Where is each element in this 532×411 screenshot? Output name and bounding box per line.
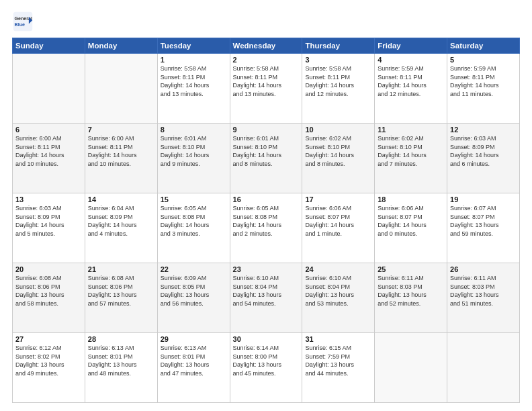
calendar-cell: 17Sunrise: 6:06 AM Sunset: 8:07 PM Dayli…	[302, 193, 375, 263]
calendar-cell: 19Sunrise: 6:07 AM Sunset: 8:07 PM Dayli…	[447, 193, 520, 263]
calendar-cell: 12Sunrise: 6:03 AM Sunset: 8:09 PM Dayli…	[447, 124, 520, 193]
calendar-cell: 22Sunrise: 6:09 AM Sunset: 8:05 PM Dayli…	[157, 263, 230, 333]
day-info: Sunrise: 6:01 AM Sunset: 8:10 PM Dayligh…	[233, 134, 300, 168]
calendar-cell: 16Sunrise: 6:05 AM Sunset: 8:08 PM Dayli…	[230, 193, 302, 263]
day-info: Sunrise: 6:06 AM Sunset: 8:07 PM Dayligh…	[378, 204, 444, 238]
calendar-cell: 11Sunrise: 6:02 AM Sunset: 8:10 PM Dayli…	[375, 124, 447, 193]
calendar-cell: 24Sunrise: 6:10 AM Sunset: 8:04 PM Dayli…	[302, 263, 375, 333]
page: General Blue SundayMondayTuesdayWednesda…	[0, 0, 532, 411]
calendar-week-row: 13Sunrise: 6:03 AM Sunset: 8:09 PM Dayli…	[13, 193, 520, 263]
calendar-cell: 4Sunrise: 5:59 AM Sunset: 8:11 PM Daylig…	[375, 54, 447, 124]
calendar-cell: 28Sunrise: 6:13 AM Sunset: 8:01 PM Dayli…	[85, 333, 157, 403]
day-number: 22	[161, 265, 227, 273]
calendar-cell: 5Sunrise: 5:59 AM Sunset: 8:11 PM Daylig…	[447, 54, 520, 124]
day-number: 10	[305, 126, 371, 134]
day-number: 18	[378, 195, 444, 203]
calendar-cell: 29Sunrise: 6:13 AM Sunset: 8:01 PM Dayli…	[157, 333, 230, 403]
day-info: Sunrise: 6:11 AM Sunset: 8:03 PM Dayligh…	[378, 274, 444, 308]
day-info: Sunrise: 6:04 AM Sunset: 8:09 PM Dayligh…	[88, 204, 154, 238]
day-info: Sunrise: 6:06 AM Sunset: 8:07 PM Dayligh…	[305, 204, 371, 238]
weekday-header: Monday	[85, 38, 157, 54]
weekday-header: Wednesday	[230, 38, 302, 54]
day-number: 6	[15, 126, 82, 134]
svg-text:Blue: Blue	[15, 22, 25, 28]
day-info: Sunrise: 6:03 AM Sunset: 8:09 PM Dayligh…	[15, 204, 82, 238]
calendar-cell: 31Sunrise: 6:15 AM Sunset: 7:59 PM Dayli…	[302, 333, 375, 403]
header: General Blue	[12, 11, 520, 32]
day-number: 31	[305, 335, 371, 343]
day-number: 3	[305, 56, 371, 64]
calendar-week-row: 1Sunrise: 5:58 AM Sunset: 8:11 PM Daylig…	[13, 54, 520, 124]
weekday-header: Tuesday	[157, 38, 230, 54]
calendar-cell: 30Sunrise: 6:14 AM Sunset: 8:00 PM Dayli…	[230, 333, 302, 403]
day-number: 13	[15, 195, 82, 203]
calendar-cell	[375, 333, 447, 403]
day-number: 17	[305, 195, 371, 203]
day-number: 27	[15, 335, 82, 343]
calendar-week-row: 20Sunrise: 6:08 AM Sunset: 8:06 PM Dayli…	[13, 263, 520, 333]
calendar-cell	[447, 333, 520, 403]
day-number: 9	[233, 126, 300, 134]
day-number: 25	[378, 265, 444, 273]
calendar-cell: 6Sunrise: 6:00 AM Sunset: 8:11 PM Daylig…	[13, 124, 85, 193]
calendar-cell: 26Sunrise: 6:11 AM Sunset: 8:03 PM Dayli…	[447, 263, 520, 333]
day-number: 21	[88, 265, 154, 273]
weekday-header: Thursday	[302, 38, 375, 54]
day-number: 8	[161, 126, 227, 134]
day-info: Sunrise: 6:05 AM Sunset: 8:08 PM Dayligh…	[233, 204, 300, 238]
calendar-cell: 7Sunrise: 6:00 AM Sunset: 8:11 PM Daylig…	[85, 124, 157, 193]
calendar-cell: 1Sunrise: 5:58 AM Sunset: 8:11 PM Daylig…	[157, 54, 230, 124]
weekday-header-row: SundayMondayTuesdayWednesdayThursdayFrid…	[13, 38, 520, 54]
calendar-week-row: 6Sunrise: 6:00 AM Sunset: 8:11 PM Daylig…	[13, 124, 520, 193]
day-info: Sunrise: 6:14 AM Sunset: 8:00 PM Dayligh…	[233, 344, 300, 377]
calendar-cell: 10Sunrise: 6:02 AM Sunset: 8:10 PM Dayli…	[302, 124, 375, 193]
day-info: Sunrise: 6:08 AM Sunset: 8:06 PM Dayligh…	[88, 274, 154, 308]
day-info: Sunrise: 6:15 AM Sunset: 7:59 PM Dayligh…	[305, 344, 371, 377]
weekday-header: Friday	[375, 38, 447, 54]
day-info: Sunrise: 6:08 AM Sunset: 8:06 PM Dayligh…	[15, 274, 82, 308]
day-number: 15	[161, 195, 227, 203]
calendar-cell: 15Sunrise: 6:05 AM Sunset: 8:08 PM Dayli…	[157, 193, 230, 263]
day-info: Sunrise: 5:58 AM Sunset: 8:11 PM Dayligh…	[305, 64, 371, 98]
day-info: Sunrise: 6:00 AM Sunset: 8:11 PM Dayligh…	[15, 134, 82, 168]
day-number: 11	[378, 126, 444, 134]
calendar-cell: 27Sunrise: 6:12 AM Sunset: 8:02 PM Dayli…	[13, 333, 85, 403]
day-number: 16	[233, 195, 300, 203]
day-info: Sunrise: 6:00 AM Sunset: 8:11 PM Dayligh…	[88, 134, 154, 168]
day-info: Sunrise: 6:12 AM Sunset: 8:02 PM Dayligh…	[15, 344, 82, 377]
calendar-cell: 23Sunrise: 6:10 AM Sunset: 8:04 PM Dayli…	[230, 263, 302, 333]
day-info: Sunrise: 5:58 AM Sunset: 8:11 PM Dayligh…	[161, 64, 227, 98]
calendar-week-row: 27Sunrise: 6:12 AM Sunset: 8:02 PM Dayli…	[13, 333, 520, 403]
day-info: Sunrise: 6:07 AM Sunset: 8:07 PM Dayligh…	[450, 204, 517, 238]
day-number: 12	[450, 126, 517, 134]
day-info: Sunrise: 5:58 AM Sunset: 8:11 PM Dayligh…	[233, 64, 300, 98]
calendar-cell: 18Sunrise: 6:06 AM Sunset: 8:07 PM Dayli…	[375, 193, 447, 263]
calendar-cell: 13Sunrise: 6:03 AM Sunset: 8:09 PM Dayli…	[13, 193, 85, 263]
day-info: Sunrise: 6:03 AM Sunset: 8:09 PM Dayligh…	[450, 134, 517, 168]
day-number: 19	[450, 195, 517, 203]
weekday-header: Sunday	[13, 38, 85, 54]
calendar-cell: 2Sunrise: 5:58 AM Sunset: 8:11 PM Daylig…	[230, 54, 302, 124]
calendar-cell: 9Sunrise: 6:01 AM Sunset: 8:10 PM Daylig…	[230, 124, 302, 193]
calendar-cell: 8Sunrise: 6:01 AM Sunset: 8:10 PM Daylig…	[157, 124, 230, 193]
calendar-cell: 3Sunrise: 5:58 AM Sunset: 8:11 PM Daylig…	[302, 54, 375, 124]
calendar-cell: 21Sunrise: 6:08 AM Sunset: 8:06 PM Dayli…	[85, 263, 157, 333]
day-info: Sunrise: 6:05 AM Sunset: 8:08 PM Dayligh…	[161, 204, 227, 238]
day-info: Sunrise: 6:13 AM Sunset: 8:01 PM Dayligh…	[88, 344, 154, 377]
calendar-table: SundayMondayTuesdayWednesdayThursdayFrid…	[12, 38, 520, 403]
day-info: Sunrise: 6:09 AM Sunset: 8:05 PM Dayligh…	[161, 274, 227, 308]
day-number: 30	[233, 335, 300, 343]
calendar-cell: 25Sunrise: 6:11 AM Sunset: 8:03 PM Dayli…	[375, 263, 447, 333]
day-number: 1	[161, 56, 227, 64]
day-number: 23	[233, 265, 300, 273]
day-number: 20	[15, 265, 82, 273]
day-info: Sunrise: 6:10 AM Sunset: 8:04 PM Dayligh…	[233, 274, 300, 308]
day-number: 7	[88, 126, 154, 134]
day-number: 5	[450, 56, 517, 64]
day-number: 28	[88, 335, 154, 343]
day-info: Sunrise: 6:02 AM Sunset: 8:10 PM Dayligh…	[305, 134, 371, 168]
day-number: 2	[233, 56, 300, 64]
day-number: 29	[161, 335, 227, 343]
day-number: 24	[305, 265, 371, 273]
weekday-header: Saturday	[447, 38, 520, 54]
